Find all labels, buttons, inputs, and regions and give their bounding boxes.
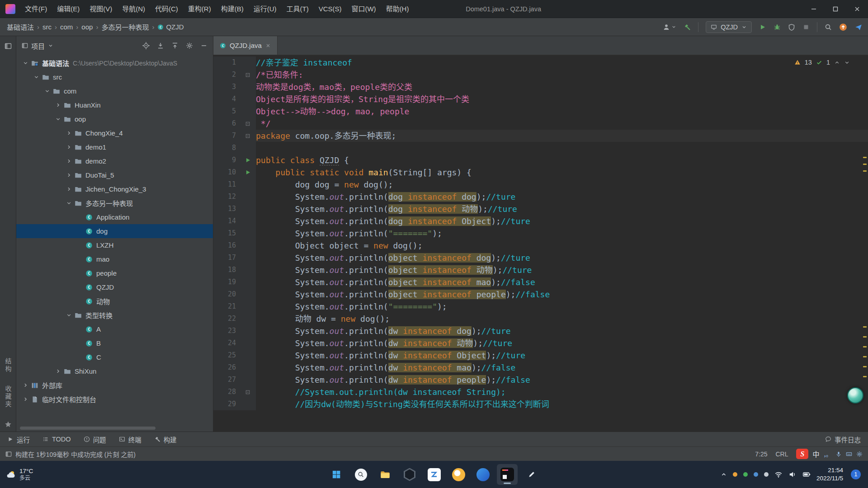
tree-item-demo2[interactable]: demo2 bbox=[16, 154, 213, 168]
toolwindow-button-run[interactable]: 运行 bbox=[7, 435, 30, 444]
toolwindow-switcher-icon[interactable] bbox=[5, 451, 12, 457]
tree-item-外部库[interactable]: 外部库 bbox=[16, 378, 213, 392]
menu-item-文件(F)[interactable]: 文件(F) bbox=[20, 0, 52, 18]
battery-icon[interactable] bbox=[802, 470, 811, 479]
code-line-11[interactable]: 11 dog dog = new dog(); bbox=[213, 178, 868, 191]
tree-item-HuanXin[interactable]: HuanXin bbox=[16, 98, 213, 112]
search-everywhere-button[interactable] bbox=[825, 23, 832, 31]
previous-problem-button[interactable] bbox=[834, 60, 840, 66]
code-line-9[interactable]: 9public class QZJD { bbox=[213, 154, 868, 166]
tree-item-QZJD[interactable]: QZJD bbox=[16, 280, 213, 294]
chevron-down-icon[interactable] bbox=[53, 115, 62, 123]
ime-mode-indicator[interactable]: 中 bbox=[812, 449, 819, 459]
code-line-22[interactable]: 22 动物 dw = new dog(); bbox=[213, 313, 868, 325]
menu-item-导航(N)[interactable]: 导航(N) bbox=[117, 0, 150, 18]
menu-item-构建(B)[interactable]: 构建(B) bbox=[216, 0, 249, 18]
project-toolwindow-button[interactable] bbox=[0, 36, 16, 50]
wifi-icon[interactable] bbox=[774, 470, 783, 479]
breadcrumb-item-com[interactable]: com bbox=[59, 22, 74, 32]
tree-item-多态另一种表现[interactable]: 多态另一种表现 bbox=[16, 196, 213, 210]
menu-item-代码(C)[interactable]: 代码(C) bbox=[150, 0, 183, 18]
chevron-right-icon[interactable] bbox=[53, 101, 62, 109]
chevron-down-icon[interactable] bbox=[42, 87, 52, 95]
pen-app-button[interactable] bbox=[521, 464, 542, 485]
chevron-right-icon[interactable] bbox=[21, 395, 30, 404]
tree-item-类型转换[interactable]: 类型转换 bbox=[16, 308, 213, 322]
tree-item-people[interactable]: people bbox=[16, 266, 213, 280]
toolwindow-button-todo[interactable]: TODO bbox=[42, 436, 71, 443]
search-taskbar-button[interactable] bbox=[350, 464, 371, 485]
stop-button[interactable] bbox=[802, 23, 810, 31]
run-button[interactable] bbox=[759, 23, 766, 31]
menu-item-编辑(E)[interactable]: 编辑(E) bbox=[52, 0, 85, 18]
caret-position[interactable]: 7:25 bbox=[755, 450, 767, 458]
menu-item-运行(U)[interactable]: 运行(U) bbox=[249, 0, 282, 18]
code-line-13[interactable]: 13 System.out.println(dog instanceof 动物)… bbox=[213, 203, 868, 215]
code-line-5[interactable]: 5Object-->动物-->dog, mao, people bbox=[213, 105, 868, 117]
chevron-down-icon[interactable] bbox=[32, 73, 41, 81]
tab-qzjd-java[interactable]: QZJD.java bbox=[213, 36, 278, 55]
run-configuration-selector[interactable]: QZJD bbox=[706, 21, 752, 33]
fold-icon[interactable] bbox=[240, 117, 256, 130]
code-line-28[interactable]: 28 //System.out.println(dw instanceof St… bbox=[213, 386, 868, 398]
tree-item-临时文件和控制台[interactable]: 临时文件和控制台 bbox=[16, 392, 213, 406]
code-line-20[interactable]: 20 System.out.println(object instanceof … bbox=[213, 288, 868, 300]
code-line-23[interactable]: 23 System.out.println(dw instanceof dog)… bbox=[213, 325, 868, 337]
weather-widget[interactable]: 17°C 多云 bbox=[0, 468, 39, 482]
breadcrumb-item-QZJD[interactable]: QZJD bbox=[156, 22, 185, 32]
fold-icon[interactable] bbox=[240, 386, 256, 398]
tree-item-DuoTai_5[interactable]: DuoTai_5 bbox=[16, 168, 213, 182]
coverage-button[interactable] bbox=[788, 23, 795, 31]
code-line-1[interactable]: 1//亲子鉴定 instanceof bbox=[213, 56, 868, 69]
build-project-button[interactable] bbox=[684, 23, 691, 31]
code-line-7[interactable]: 7package com.oop.多态另一种表现; bbox=[213, 130, 868, 142]
chevron-down-icon[interactable] bbox=[64, 199, 73, 207]
code-line-25[interactable]: 25 System.out.println(dw instanceof Obje… bbox=[213, 349, 868, 361]
menu-item-工具(T)[interactable]: 工具(T) bbox=[281, 0, 313, 18]
run-line-icon[interactable] bbox=[240, 166, 256, 178]
ime-punctuation-indicator[interactable]: ，。 bbox=[823, 450, 831, 458]
assistant-plugin-badge[interactable] bbox=[847, 387, 863, 404]
browser-app-button[interactable] bbox=[448, 464, 469, 485]
locate-file-button[interactable] bbox=[142, 42, 150, 49]
expand-all-button[interactable] bbox=[157, 42, 164, 49]
tray-icon-orange[interactable] bbox=[733, 472, 737, 477]
notification-badge[interactable]: 1 bbox=[851, 469, 861, 479]
toolwindow-button-terminal[interactable]: 终端 bbox=[119, 435, 142, 444]
chevron-right-icon[interactable] bbox=[21, 381, 30, 389]
tree-item-动物[interactable]: 动物 bbox=[16, 294, 213, 308]
keyboard-icon[interactable] bbox=[846, 451, 852, 457]
tree-item-A[interactable]: A bbox=[16, 322, 213, 336]
tree-item-ShiXun[interactable]: ShiXun bbox=[16, 364, 213, 378]
user-profile-button[interactable] bbox=[663, 23, 676, 31]
code-editor[interactable]: 1//亲子鉴定 instanceof2/*已知条件:3动物类是dog类，mao类… bbox=[213, 55, 868, 432]
tray-icon-green[interactable] bbox=[743, 472, 748, 477]
collapse-all-button[interactable] bbox=[171, 42, 179, 49]
tree-item-LXZH[interactable]: LXZH bbox=[16, 238, 213, 252]
sogou-logo-icon[interactable]: S bbox=[796, 449, 808, 459]
menu-item-窗口(W)[interactable]: 窗口(W) bbox=[346, 0, 381, 18]
tree-item-Jichen_ChongXie_3[interactable]: Jichen_ChongXie_3 bbox=[16, 182, 213, 196]
structure-toolwindow-button[interactable]: 结构 bbox=[4, 358, 13, 375]
ime-toolbox-icon[interactable] bbox=[856, 451, 863, 457]
blue-app-button[interactable] bbox=[472, 464, 493, 485]
toolwindow-button-problems[interactable]: 问题 bbox=[84, 435, 106, 444]
code-line-29[interactable]: 29 //因为dw(动物类)与String类没有任何关系所以打不出来这个判断词 bbox=[213, 398, 868, 410]
tree-item-B[interactable]: B bbox=[16, 336, 213, 350]
chevron-right-icon[interactable] bbox=[64, 143, 73, 151]
tree-item-dog[interactable]: dog bbox=[16, 224, 213, 238]
share-run-button[interactable] bbox=[854, 23, 863, 31]
event-log-button[interactable]: 事件日志 bbox=[825, 435, 861, 444]
chevron-down-icon[interactable] bbox=[64, 311, 73, 319]
chevron-right-icon[interactable] bbox=[64, 185, 73, 193]
menu-item-VCS(S)[interactable]: VCS(S) bbox=[314, 0, 347, 18]
code-line-15[interactable]: 15 System.out.println("======="); bbox=[213, 227, 868, 239]
minimize-button[interactable] bbox=[803, 0, 825, 18]
code-line-18[interactable]: 18 System.out.println(object instanceof … bbox=[213, 264, 868, 276]
chevron-right-icon[interactable] bbox=[64, 157, 73, 165]
code-line-21[interactable]: 21 System.out.println("========"); bbox=[213, 300, 868, 313]
clock-widget[interactable]: 21:54 2022/11/5 bbox=[816, 466, 843, 482]
debug-button[interactable] bbox=[774, 23, 781, 31]
settings-gear-icon[interactable] bbox=[186, 42, 193, 49]
close-button[interactable] bbox=[846, 0, 868, 18]
